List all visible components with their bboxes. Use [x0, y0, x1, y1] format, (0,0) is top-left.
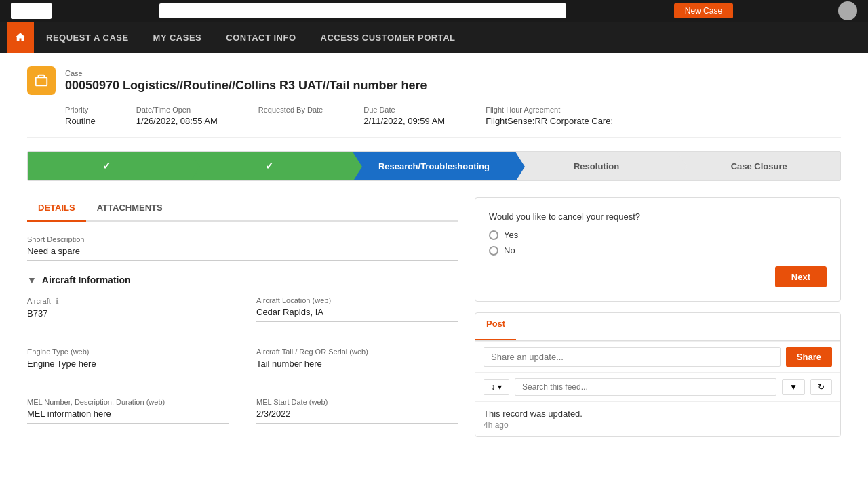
progress-step-4: Resolution: [515, 152, 678, 180]
nav-contact-info[interactable]: CONTACT INFO: [214, 22, 308, 53]
main-content: Case 00050970 Logistics//Routine//Collin…: [0, 53, 868, 488]
yes-radio[interactable]: [489, 230, 498, 240]
no-label: No: [504, 245, 515, 256]
refresh-button[interactable]: ↻: [810, 379, 832, 395]
short-desc-value: Need a spare: [27, 246, 458, 261]
post-input[interactable]: [516, 313, 840, 340]
aircraft-row: Aircraft ℹ B737 Aircraft Location (web) …: [27, 296, 458, 337]
feed-search-input[interactable]: [515, 378, 776, 396]
post-tab[interactable]: Post: [475, 313, 516, 340]
yes-option[interactable]: Yes: [489, 230, 827, 240]
next-btn-row: Next: [489, 266, 827, 287]
progress-step-1: ✓: [28, 152, 191, 180]
checkmark-icon-1: ✓: [102, 160, 111, 172]
two-col-layout: DETAILS ATTACHMENTS Short Description Ne…: [27, 197, 841, 448]
feed-update-text: This record was updated.: [484, 409, 832, 419]
aircraft-label: Aircraft ℹ: [27, 296, 229, 306]
post-card: Post Share ↕ ▾ ▼ ↻: [475, 312, 841, 437]
mel-row: MEL Number, Description, Duration (web) …: [27, 398, 458, 437]
nav-my-cases[interactable]: MY CASES: [141, 22, 214, 53]
next-button[interactable]: Next: [775, 266, 827, 287]
mel-start-value: 2/3/2022: [256, 409, 458, 424]
date-open-value: 1/26/2022, 08:55 AM: [136, 116, 218, 126]
requested-by-label: Requested By Date: [258, 106, 323, 114]
requested-by-field: Requested By Date: [258, 106, 323, 126]
logo: [11, 3, 52, 19]
flight-hour-label: Flight Hour Agreement: [486, 106, 613, 114]
filter-icon: ▼: [789, 382, 797, 392]
home-button[interactable]: [7, 22, 34, 53]
due-date-value: 2/11/2022, 09:59 AM: [363, 116, 445, 126]
aircraft-tail-value: Tail number here: [256, 359, 458, 373]
engine-type-value: Engine Type here: [27, 359, 229, 373]
due-date-label: Due Date: [363, 106, 445, 114]
aircraft-section-label: Aircraft Information: [42, 274, 131, 285]
short-desc-label: Short Description: [27, 235, 458, 243]
priority-value: Routine: [65, 116, 96, 126]
detail-tabs: DETAILS ATTACHMENTS: [27, 197, 458, 222]
progress-step-3: Research/Troubleshooting: [353, 152, 515, 180]
chevron-down-icon: ▼: [27, 274, 37, 285]
no-radio[interactable]: [489, 246, 498, 256]
tab-attachments[interactable]: ATTACHMENTS: [86, 197, 174, 222]
progress-step-2: ✓: [191, 152, 353, 180]
mel-number-label: MEL Number, Description, Duration (web): [27, 398, 229, 406]
case-title: 00050970 Logistics//Routine//Collins R3 …: [65, 79, 427, 93]
case-icon: [27, 66, 56, 95]
mel-start-field: MEL Start Date (web) 2/3/2022: [256, 398, 458, 424]
progress-step-4-label: Resolution: [574, 161, 619, 171]
due-date-field: Due Date 2/11/2022, 09:59 AM: [363, 106, 445, 126]
post-tab-row: Post: [475, 313, 840, 341]
case-header: Case 00050970 Logistics//Routine//Collin…: [27, 66, 841, 95]
engine-type-label: Engine Type (web): [27, 348, 229, 356]
aircraft-tail-field: Aircraft Tail / Reg OR Serial (web) Tail…: [256, 348, 458, 373]
engine-row: Engine Type (web) Engine Type here Aircr…: [27, 348, 458, 387]
progress-step-5-label: Case Closure: [731, 161, 787, 171]
progress-step-5: Case Closure: [677, 152, 840, 180]
nav-access-customer-portal[interactable]: ACCESS CUSTOMER PORTAL: [309, 22, 468, 53]
date-open-label: Date/Time Open: [136, 106, 218, 114]
aircraft-section-header[interactable]: ▼ Aircraft Information: [27, 274, 458, 285]
share-row: Share: [475, 341, 840, 372]
engine-type-field: Engine Type (web) Engine Type here: [27, 348, 229, 373]
sort-chevron-icon: ▾: [498, 382, 502, 392]
aircraft-field: Aircraft ℹ B737: [27, 296, 229, 323]
aircraft-location-field: Aircraft Location (web) Cedar Rapids, IA: [256, 296, 458, 323]
checkmark-icon-2: ✓: [265, 160, 274, 172]
aircraft-tail-label: Aircraft Tail / Reg OR Serial (web): [256, 348, 458, 356]
feed-time: 4h ago: [484, 420, 832, 430]
case-info: Case 00050970 Logistics//Routine//Collin…: [65, 69, 427, 93]
cancel-question: Would you like to cancel your request?: [489, 211, 827, 222]
progress-step-3-label: Research/Troubleshooting: [378, 161, 490, 171]
mel-start-label: MEL Start Date (web): [256, 398, 458, 406]
progress-bar: ✓ ✓ Research/Troubleshooting Resolution …: [27, 151, 841, 181]
aircraft-info-icon: ℹ: [56, 296, 59, 306]
short-description-field: Short Description Need a spare: [27, 235, 458, 261]
refresh-icon: ↻: [818, 382, 825, 392]
top-search-bar: [159, 3, 566, 18]
share-button[interactable]: Share: [786, 347, 832, 367]
avatar: [838, 1, 857, 20]
right-panel: Would you like to cancel your request? Y…: [475, 197, 841, 448]
new-case-button[interactable]: New Case: [674, 3, 733, 18]
share-input[interactable]: [484, 347, 781, 367]
sort-icon: ↕: [491, 382, 495, 392]
case-label: Case: [65, 69, 427, 77]
aircraft-value: B737: [27, 308, 229, 323]
aircraft-location-value: Cedar Rapids, IA: [256, 307, 458, 322]
feed-update: This record was updated. 4h ago: [475, 401, 840, 436]
flight-hour-value: FlightSense:RR Corporate Care;: [486, 116, 613, 126]
home-icon: [14, 31, 26, 43]
priority-field: Priority Routine: [65, 106, 96, 126]
date-open-field: Date/Time Open 1/26/2022, 08:55 AM: [136, 106, 218, 126]
filter-button[interactable]: ▼: [782, 379, 805, 395]
navigation: REQUEST A CASE MY CASES CONTACT INFO ACC…: [0, 22, 868, 53]
nav-request-case[interactable]: REQUEST A CASE: [34, 22, 141, 53]
feed-toolbar: ↕ ▾ ▼ ↻: [475, 372, 840, 401]
priority-label: Priority: [65, 106, 96, 114]
yes-label: Yes: [504, 230, 518, 240]
sort-button[interactable]: ↕ ▾: [484, 379, 509, 395]
no-option[interactable]: No: [489, 245, 827, 256]
tab-details[interactable]: DETAILS: [27, 197, 86, 222]
top-bar: New Case: [0, 0, 868, 22]
